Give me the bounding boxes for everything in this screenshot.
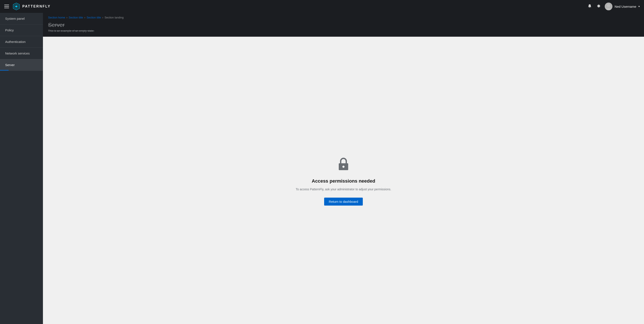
breadcrumb-sep-2: › xyxy=(84,16,85,19)
breadcrumb-section-title-2[interactable]: Section title xyxy=(86,16,101,19)
sidebar-item-policy[interactable]: Policy xyxy=(0,24,43,36)
navbar-actions: Ned Username ▾ xyxy=(588,2,640,10)
chevron-down-icon: ▾ xyxy=(638,5,640,8)
svg-marker-2 xyxy=(15,5,18,8)
brand: PATTERNFLY xyxy=(12,2,51,10)
patternfly-logo xyxy=(12,2,20,10)
sidebar-item-label: Authentication xyxy=(5,40,26,43)
gear-icon[interactable] xyxy=(596,4,600,9)
main-content: Section home › Section title › Section t… xyxy=(43,13,644,324)
sidebar-item-label: Server xyxy=(5,63,14,67)
sidebar-item-authentication[interactable]: Authentication xyxy=(0,36,43,48)
lock-icon xyxy=(335,155,352,173)
bell-icon[interactable] xyxy=(588,4,592,9)
page-title: Server xyxy=(48,22,639,28)
sidebar-item-label: Policy xyxy=(5,28,14,32)
sidebar-item-label: System panel xyxy=(5,17,25,20)
breadcrumb-section-title-1[interactable]: Section title xyxy=(69,16,83,19)
empty-state: Access permissions needed To access Patt… xyxy=(296,155,391,206)
sidebar-item-system-panel[interactable]: System panel xyxy=(0,13,43,24)
breadcrumb-sep-3: › xyxy=(102,16,103,19)
breadcrumb-section-home[interactable]: Section home xyxy=(48,16,65,19)
page-subtitle: This is an example of an empty state. xyxy=(48,29,639,32)
svg-point-6 xyxy=(342,166,344,168)
svg-point-3 xyxy=(607,4,610,7)
page-layout: System panel Policy Authentication Netwo… xyxy=(0,13,644,324)
sidebar-item-server[interactable]: Server xyxy=(0,59,43,71)
breadcrumb-sep-1: › xyxy=(66,16,68,19)
sidebar: System panel Policy Authentication Netwo… xyxy=(0,13,43,324)
empty-state-description: To access PatternFly, ask your administr… xyxy=(296,187,391,192)
hamburger-button[interactable] xyxy=(4,5,9,8)
empty-state-container: Access permissions needed To access Patt… xyxy=(43,37,644,324)
breadcrumb-section-landing: Section landing xyxy=(104,16,124,19)
sidebar-item-label: Network services xyxy=(5,51,30,55)
username-label: Ned Username xyxy=(614,5,636,8)
user-menu[interactable]: Ned Username ▾ xyxy=(605,2,640,10)
return-to-dashboard-button[interactable]: Return to dashboard xyxy=(324,198,363,206)
svg-point-4 xyxy=(606,8,611,10)
sidebar-item-network-services[interactable]: Network services xyxy=(0,48,43,59)
empty-state-heading: Access permissions needed xyxy=(312,178,375,184)
avatar xyxy=(605,2,612,10)
breadcrumb: Section home › Section title › Section t… xyxy=(48,16,639,19)
page-header: Section home › Section title › Section t… xyxy=(43,13,644,37)
navbar: PATTERNFLY Ned Username ▾ xyxy=(0,0,644,13)
app-title: PATTERNFLY xyxy=(22,4,51,8)
